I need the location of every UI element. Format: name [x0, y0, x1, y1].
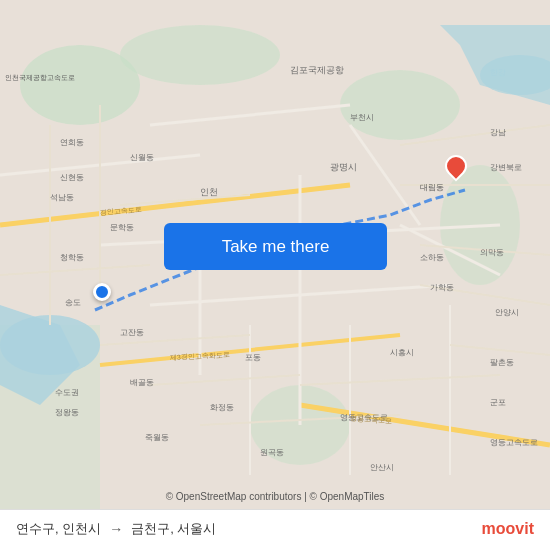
svg-text:신월동: 신월동 — [130, 153, 154, 162]
svg-text:고잔동: 고잔동 — [120, 328, 144, 337]
route-origin: 연수구, 인천시 — [16, 520, 101, 538]
svg-text:소하동: 소하동 — [420, 253, 444, 262]
svg-text:원곡동: 원곡동 — [260, 448, 284, 457]
svg-text:광명시: 광명시 — [330, 162, 357, 172]
destination-pin-shape — [440, 150, 471, 181]
svg-text:수도권: 수도권 — [55, 388, 79, 397]
svg-text:청학동: 청학동 — [60, 253, 84, 262]
svg-text:팔촌동: 팔촌동 — [490, 358, 514, 367]
bottom-bar: 연수구, 인천시 → 금천구, 서울시 moovit — [0, 509, 550, 550]
svg-text:문학동: 문학동 — [110, 223, 134, 232]
svg-text:배골동: 배골동 — [130, 378, 154, 387]
svg-text:화정동: 화정동 — [210, 403, 234, 412]
map-background: 김포국제공항 부천시 광명시 대림동 소하동 가학동 의막동 안양시 팔촌동 군… — [0, 0, 550, 550]
svg-text:시흥시: 시흥시 — [390, 348, 414, 357]
svg-text:죽월동: 죽월동 — [145, 433, 169, 442]
svg-text:인천: 인천 — [200, 187, 218, 197]
svg-text:영등고속도로: 영등고속도로 — [490, 438, 538, 447]
map-attribution: © OpenStreetMap contributors | © OpenMap… — [0, 491, 550, 502]
svg-text:신현동: 신현동 — [60, 173, 84, 182]
svg-text:안양시: 안양시 — [495, 308, 519, 317]
route-arrow-icon: → — [109, 521, 123, 537]
svg-text:김포국제공항: 김포국제공항 — [290, 65, 344, 75]
map-container: 김포국제공항 부천시 광명시 대림동 소하동 가학동 의막동 안양시 팔촌동 군… — [0, 0, 550, 550]
route-destination: 금천구, 서울시 — [131, 520, 216, 538]
svg-text:석남동: 석남동 — [50, 193, 74, 202]
svg-point-3 — [340, 70, 460, 140]
svg-text:의막동: 의막동 — [480, 248, 504, 257]
take-me-there-button[interactable]: Take me there — [164, 223, 387, 270]
origin-pin — [93, 283, 111, 301]
moovit-logo: moovit — [482, 520, 534, 538]
svg-text:대림동: 대림동 — [420, 183, 444, 192]
svg-text:가학동: 가학동 — [430, 283, 454, 292]
svg-text:포동: 포동 — [245, 353, 261, 362]
svg-text:정왕동: 정왕동 — [55, 408, 79, 417]
svg-text:한강: 한강 — [490, 68, 506, 77]
svg-text:연희동: 연희동 — [60, 138, 84, 147]
svg-text:인천국제공항고속도로: 인천국제공항고속도로 — [5, 74, 75, 82]
svg-point-2 — [120, 25, 280, 85]
svg-text:군포: 군포 — [490, 398, 506, 407]
svg-text:강남: 강남 — [490, 128, 506, 137]
svg-text:안산시: 안산시 — [370, 463, 394, 472]
svg-text:송도: 송도 — [65, 298, 81, 307]
moovit-logo-text: moovit — [482, 520, 534, 538]
svg-text:부천시: 부천시 — [350, 113, 374, 122]
svg-text:강변북로: 강변북로 — [490, 163, 522, 172]
destination-pin — [445, 155, 467, 185]
